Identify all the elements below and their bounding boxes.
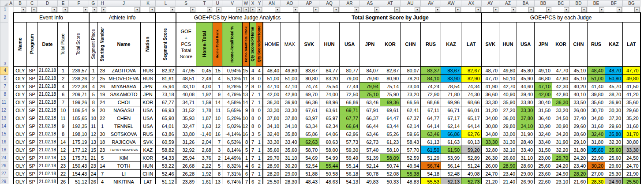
cell-goe-RUS[interactable]: 27,00 xyxy=(588,170,605,178)
cell-home-total-pct-rank[interactable]: 14 xyxy=(243,98,250,106)
cell-total-USA[interactable]: 66,86 xyxy=(340,98,360,106)
cell-home-total-rank[interactable]: 9 xyxy=(213,90,222,98)
cell-date[interactable]: 21.02.18 xyxy=(37,138,58,146)
cell-date[interactable]: 21.02.18 xyxy=(37,106,58,114)
cell-goe-SVK[interactable]: 21,20 xyxy=(482,178,499,184)
cell-starting-number[interactable]: 26 xyxy=(98,83,107,90)
cell-goe-CHN[interactable]: 40,10 xyxy=(570,90,588,98)
filter-cell-BD[interactable]: ▼ xyxy=(570,7,588,13)
filter-dropdown-icon[interactable]: ▼ xyxy=(275,7,280,12)
cell-total-LAT[interactable]: 60,13 xyxy=(461,138,482,146)
cell-starting-number[interactable]: 14 xyxy=(98,162,107,170)
cell-goe-RUS[interactable]: 30,20 xyxy=(588,162,605,170)
row-number[interactable]: 29 xyxy=(0,178,8,184)
column-letter-AW[interactable]: AW xyxy=(441,0,461,7)
cell-goe-JPN[interactable]: 49,10 xyxy=(535,66,552,75)
cell-goe-JPN[interactable]: 31,50 xyxy=(535,146,552,154)
filter-dropdown-icon[interactable]: ▼ xyxy=(31,7,37,12)
cell-total-place[interactable]: 22 xyxy=(58,170,69,178)
cell-program[interactable]: SP xyxy=(27,75,37,83)
cell-total-score[interactable]: 238,26 xyxy=(69,75,89,83)
cell-qty-scored-lt-home[interactable]: 4 xyxy=(250,66,256,75)
cell-col-a[interactable] xyxy=(8,83,14,90)
cell-col-a[interactable] xyxy=(8,7,14,13)
cell-date[interactable]: 21.02.18 xyxy=(37,146,58,154)
filter-cell-AS[interactable]: ▼ xyxy=(360,7,380,13)
cell-goe-SVK[interactable]: 31,20 xyxy=(482,106,499,114)
header-event-name[interactable]: Name xyxy=(14,23,27,67)
cell-qty-scored-lt-home[interactable]: 8 xyxy=(250,75,256,83)
cell-goe-RUS[interactable]: 22,90 xyxy=(588,154,605,162)
cell-qty-scored-ge-home[interactable]: 1 xyxy=(256,138,263,146)
cell-home-total-pct-rank[interactable]: 10 xyxy=(243,114,250,122)
cell-total-KOR[interactable]: 64,47 xyxy=(380,114,401,122)
cell-total-score[interactable]: 186,54 xyxy=(69,106,89,114)
cell-total-place[interactable]: 12 xyxy=(58,146,69,154)
cell-starting-number[interactable]: 23 xyxy=(98,146,107,154)
cell-max[interactable]: 33,40 xyxy=(281,138,299,146)
cell-date[interactable]: 21.02.18 xyxy=(37,154,58,162)
cell-goe-CHN[interactable]: 45,10 xyxy=(570,75,588,83)
cell-goe-pcs-total[interactable]: 26,28 xyxy=(176,170,196,178)
cell-program[interactable]: SP xyxy=(27,106,37,114)
cell-home-total-pct[interactable]: 0,94% xyxy=(222,66,243,75)
cell-home-total-pct-rank[interactable]: 9 xyxy=(243,106,250,114)
cell-qty-scored-ge-home[interactable]: 1 xyxy=(256,154,263,162)
cell-nation[interactable]: USA xyxy=(141,122,156,130)
cell-total-SVK[interactable]: 67,61 xyxy=(299,106,319,114)
cell-total-place[interactable]: 6 xyxy=(58,90,69,98)
cell-total-HUN[interactable]: 65,97 xyxy=(319,114,340,122)
cell-program[interactable]: SP xyxy=(27,114,37,122)
filter-dropdown-icon[interactable]: ▼ xyxy=(476,7,481,12)
cell-total-HUN[interactable]: 68,96 xyxy=(319,98,340,106)
cell-date[interactable]: 21.02.18 xyxy=(37,170,58,178)
cell-goe-HUN[interactable]: 23,40 xyxy=(499,170,517,178)
cell-goe-USA[interactable]: 45,90 xyxy=(517,75,535,83)
cell-total-KAZ[interactable]: 61,63 xyxy=(441,138,461,146)
cell-qty-scored-lt-home[interactable]: 7 xyxy=(250,170,256,178)
judge-col-goe-HUN[interactable]: HUN xyxy=(499,23,517,67)
cell-total-HUN[interactable]: 62,34 xyxy=(319,122,340,130)
cell-goe-LAT[interactable]: 47,70 xyxy=(623,66,640,75)
cell-home-total-rank[interactable]: 11 xyxy=(213,106,222,114)
cell-goe-HUN[interactable]: 29,80 xyxy=(499,122,517,130)
cell-qty-scored-ge-home[interactable]: 0 xyxy=(256,106,263,114)
cell-program[interactable]: SP xyxy=(27,162,37,170)
cell-segment-place[interactable]: 1 xyxy=(89,66,98,75)
cell-total-USA[interactable]: 59,30 xyxy=(340,146,360,154)
column-letter-AO[interactable]: AO xyxy=(281,0,299,7)
cell-home-total-pct-rank[interactable]: 13 xyxy=(243,90,250,98)
cell-nation[interactable]: CHN xyxy=(141,170,156,178)
cell-total-USA[interactable]: 80,77 xyxy=(340,66,360,75)
filter-cell-AO[interactable]: ▼ xyxy=(281,7,299,13)
cell-total-SVK[interactable]: 52,54 xyxy=(299,162,319,170)
cell-goe-KAZ[interactable]: 50,80 xyxy=(605,75,623,83)
cell-col-a[interactable] xyxy=(8,90,14,98)
cell-goe-RUS[interactable]: 35,60 xyxy=(588,146,605,154)
cell-goe-JPN[interactable]: 46,80 xyxy=(535,75,552,83)
filter-dropdown-icon[interactable]: ▼ xyxy=(528,7,534,12)
cell-home-total[interactable]: 3,76 xyxy=(196,154,213,162)
row-number[interactable]: 12 xyxy=(0,106,8,114)
cell-goe-SVK[interactable]: 48,70 xyxy=(482,66,499,75)
cell-goe-LAT[interactable]: 31,60 xyxy=(623,122,640,130)
cell-total-KAZ[interactable]: 69,96 xyxy=(441,98,461,106)
cell-goe-SVK[interactable]: 26,30 xyxy=(482,154,499,162)
cell-total-USA[interactable]: 54,13 xyxy=(340,178,360,184)
row-number[interactable]: 27 xyxy=(0,170,8,178)
cell-home-total-pct[interactable]: 9,28% xyxy=(222,83,243,90)
cell-program[interactable]: SP xyxy=(27,170,37,178)
cell-home-total[interactable]: 2,04 xyxy=(196,138,213,146)
filter-dropdown-icon[interactable]: ▼ xyxy=(293,7,298,12)
cell-nation[interactable]: SVK xyxy=(141,138,156,146)
cell-segment-score[interactable]: 75,94 xyxy=(156,83,176,90)
judge-col-total-LAT[interactable]: LAT xyxy=(461,23,482,67)
cell-goe-KAZ[interactable]: 24,90 xyxy=(605,178,623,184)
cell-goe-KAZ[interactable]: 30,30 xyxy=(605,106,623,114)
cell-nation[interactable]: JPN xyxy=(141,83,156,90)
cell-segment-score[interactable]: 63,86 xyxy=(156,130,176,138)
cell-home[interactable]: 47,10 xyxy=(263,83,281,90)
cell-total-LAT[interactable]: 52,73 xyxy=(461,178,482,184)
cell-total-JPN[interactable]: 66,37 xyxy=(360,114,380,122)
cell-nation[interactable]: KAZ xyxy=(141,146,156,154)
